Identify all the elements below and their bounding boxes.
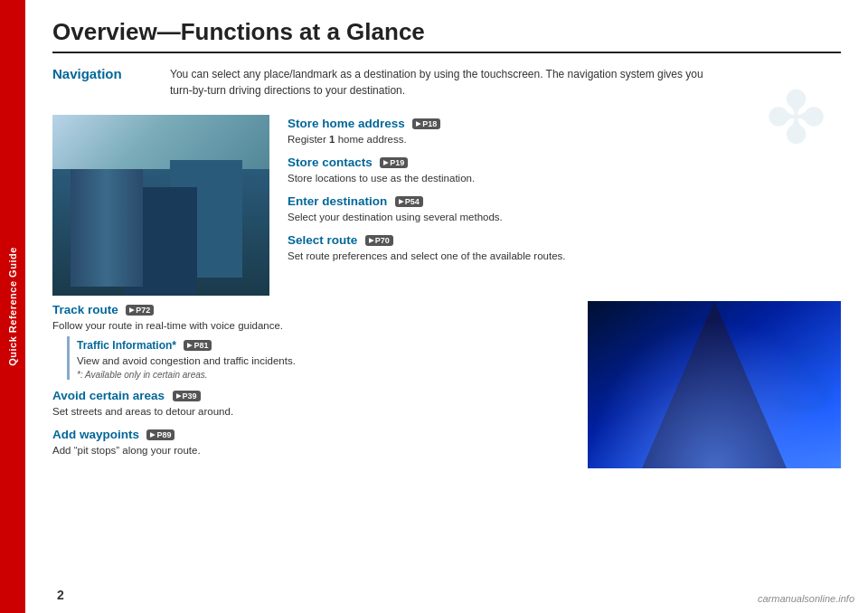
building-image bbox=[52, 115, 269, 296]
lower-left-features: Track route P72 Follow your route in rea… bbox=[52, 301, 570, 468]
navigation-description: You can select any place/landmark as a d… bbox=[170, 66, 841, 99]
feature-title-store-contacts: Store contacts bbox=[288, 156, 373, 169]
feature-desc-store-contacts: Store locations to use as the destinatio… bbox=[288, 171, 841, 185]
feature-desc-avoid-areas: Set streets and areas to detour around. bbox=[52, 404, 570, 419]
sidebar: Quick Reference Guide bbox=[0, 0, 25, 613]
page-ref-p18[interactable]: P18 bbox=[412, 118, 440, 129]
feature-desc-enter-destination: Select your destination using several me… bbox=[288, 210, 841, 224]
feature-desc-add-waypoints: Add “pit stops” along your route. bbox=[52, 443, 570, 457]
page-number: 2 bbox=[57, 588, 64, 602]
navigation-section: Navigation You can select any place/land… bbox=[52, 66, 841, 99]
feature-enter-destination: Enter destination P54 Select your destin… bbox=[288, 193, 841, 224]
upper-content: Store home address P18 Register 1 home a… bbox=[52, 115, 841, 296]
sub-feature-traffic: Traffic Information* P81 View and avoid … bbox=[67, 336, 570, 380]
watermark: carmanualsonline.info bbox=[758, 593, 854, 604]
feature-title-enter-destination: Enter destination bbox=[288, 194, 387, 208]
page-ref-p72[interactable]: P72 bbox=[126, 305, 154, 316]
navigation-label-container: Navigation bbox=[52, 66, 170, 99]
page-ref-p54[interactable]: P54 bbox=[395, 196, 423, 207]
page-title: Overview—Functions at a Glance bbox=[52, 18, 841, 53]
lower-section: Track route P72 Follow your route in rea… bbox=[52, 301, 841, 468]
s-watermark: S bbox=[776, 328, 836, 432]
compass-watermark-icon: ✤ bbox=[750, 72, 841, 163]
page-ref-p89[interactable]: P89 bbox=[146, 429, 175, 440]
sidebar-label: Quick Reference Guide bbox=[7, 247, 18, 366]
page-ref-p70[interactable]: P70 bbox=[365, 235, 393, 246]
feature-title-avoid-areas: Avoid certain areas bbox=[52, 389, 165, 402]
feature-title-track-route: Track route bbox=[52, 303, 118, 316]
feature-track-route: Track route P72 Follow your route in rea… bbox=[52, 301, 570, 380]
feature-title-store-home: Store home address bbox=[288, 117, 405, 130]
feature-desc-select-route: Set route preferences and select one of … bbox=[288, 249, 841, 263]
page-ref-p81[interactable]: P81 bbox=[184, 340, 212, 351]
page-ref-p39[interactable]: P39 bbox=[173, 391, 201, 401]
sub-feature-title-traffic: Traffic Information* bbox=[77, 339, 176, 352]
feature-title-select-route: Select route bbox=[288, 233, 357, 247]
sub-feature-desc-traffic: View and avoid congestion and traffic in… bbox=[77, 354, 570, 368]
page-ref-p19[interactable]: P19 bbox=[380, 157, 408, 168]
traffic-asterisk-note: *: Available only in certain areas. bbox=[77, 370, 570, 380]
feature-desc-track-route: Follow your route in real-time with voic… bbox=[52, 318, 570, 333]
feature-avoid-areas: Avoid certain areas P39 Set streets and … bbox=[52, 387, 570, 419]
feature-add-waypoints: Add waypoints P89 Add “pit stops” along … bbox=[52, 426, 570, 457]
navigation-label: Navigation bbox=[52, 66, 122, 81]
feature-title-add-waypoints: Add waypoints bbox=[52, 428, 139, 441]
main-content: Overview—Functions at a Glance Navigatio… bbox=[25, 0, 868, 613]
feature-select-route: Select route P70 Set route preferences a… bbox=[288, 231, 841, 263]
